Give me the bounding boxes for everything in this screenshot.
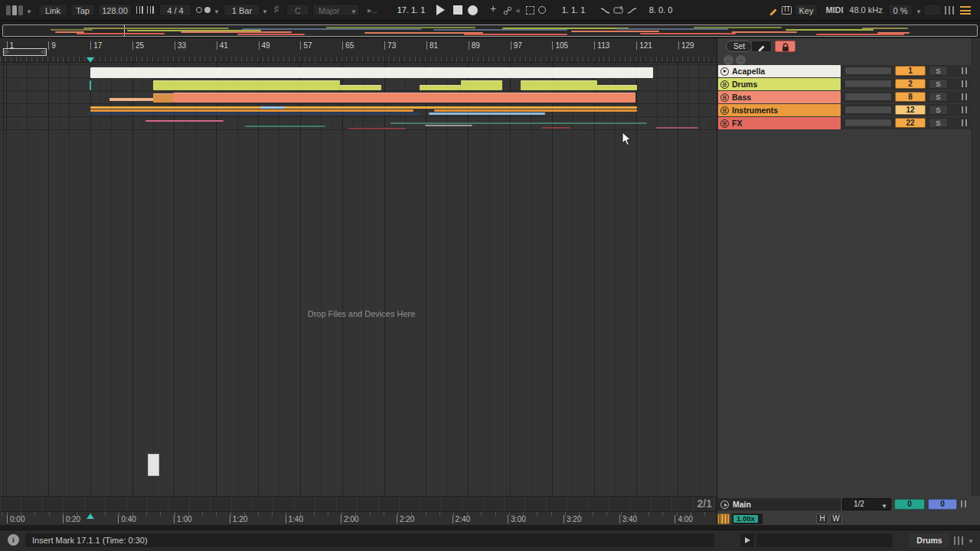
bar-number-label[interactable]: 9 [48, 41, 56, 50]
track-solo-button[interactable]: S [929, 79, 948, 89]
track-number-button[interactable]: 12 [895, 105, 926, 115]
bar-number-label[interactable]: 25 [132, 41, 144, 50]
back-to-arrangement-icon[interactable]: ◂ [515, 4, 520, 16]
stop-button[interactable] [453, 5, 462, 15]
playback-speed-field[interactable]: 1.00x [732, 514, 763, 524]
track-number-button[interactable]: 2 [895, 79, 926, 89]
track-header-bass[interactable]: Bass [718, 91, 841, 103]
track-solo-button[interactable]: S [929, 118, 948, 128]
bar-number-label[interactable]: 49 [259, 41, 270, 50]
bar-number-label[interactable]: 129 [678, 41, 694, 50]
arrangement-clip[interactable] [153, 93, 173, 103]
browser-preview-field[interactable] [756, 533, 893, 547]
arrangement-clip[interactable] [340, 85, 381, 90]
arrangement-clip[interactable] [656, 127, 698, 129]
arrangement-clip[interactable] [461, 80, 502, 90]
punch-in-curve-icon[interactable] [600, 7, 610, 19]
grid-value-select[interactable]: 1/2 ▼ [842, 498, 891, 510]
computer-midi-keyboard-icon[interactable] [782, 6, 792, 18]
track-menu-icon[interactable] [720, 119, 729, 128]
loop-start-field[interactable]: 1. 1. 1 [551, 4, 596, 16]
track-header-drums[interactable]: Drums [718, 78, 841, 90]
bar-number-label[interactable]: 73 [384, 41, 396, 50]
set-button[interactable]: Set [726, 41, 753, 52]
draw-mode-pencil-icon[interactable] [769, 5, 779, 18]
track-menu-icon[interactable] [720, 106, 729, 115]
automation-pencil-button[interactable] [751, 41, 772, 52]
bar-number-label[interactable]: 113 [594, 41, 609, 50]
track-input-box[interactable] [844, 93, 892, 101]
bar-number-label[interactable]: 89 [469, 41, 480, 50]
time-signature-field[interactable]: 4 / 4 [159, 4, 191, 16]
arrangement-clip[interactable] [90, 109, 413, 112]
tap-tempo-button[interactable]: Tap [70, 4, 95, 16]
main-volume-button[interactable]: 0 [928, 499, 957, 510]
arrangement-clip[interactable] [90, 67, 653, 78]
add-tracks-icon[interactable]: + [490, 2, 496, 15]
punch-out-curve-icon[interactable] [627, 7, 637, 19]
panel-scrollbar[interactable] [972, 38, 980, 496]
nudge-down-icon[interactable] [136, 6, 145, 14]
arrangement-area[interactable]: Drop Files and Devices Here [0, 63, 717, 496]
main-track-header[interactable]: Main [717, 498, 841, 510]
cpu-load-meter[interactable]: 0 % [888, 4, 913, 16]
session-link-icon[interactable] [503, 6, 512, 18]
track-input-box[interactable] [844, 119, 892, 127]
bar-number-label[interactable]: 65 [342, 41, 354, 50]
track-number-button[interactable]: 22 [895, 118, 926, 128]
track-menu-icon[interactable] [720, 80, 729, 89]
play-button[interactable] [436, 5, 445, 15]
bar-number-label[interactable]: 33 [175, 41, 186, 50]
metronome-caret-icon[interactable]: ▼ [214, 6, 220, 18]
arrangement-clip[interactable] [90, 80, 91, 90]
arrangement-clip[interactable] [153, 80, 340, 90]
beat-time-ruler[interactable]: 191725334149576573818997105113121129 ▷ ◁ [0, 38, 717, 63]
arrangement-clip[interactable] [420, 85, 461, 90]
time-ruler[interactable]: 0:000:200:401:001:201:402:002:202:403:00… [0, 511, 717, 525]
tempo-field[interactable]: 128.00 [98, 4, 132, 16]
arrangement-overview[interactable] [2, 24, 978, 37]
track-menu-icon[interactable] [720, 93, 729, 102]
bar-number-label[interactable]: 41 [217, 41, 228, 50]
arrangement-clip[interactable] [597, 85, 637, 90]
loop-end-handle-icon[interactable]: ◁ [41, 49, 45, 55]
arrangement-clip[interactable] [429, 112, 545, 115]
quantize-caret-icon[interactable]: ▼ [262, 6, 268, 18]
lock-envelopes-button[interactable] [775, 41, 795, 52]
width-zoom-button[interactable]: W [830, 514, 842, 524]
arrangement-clip[interactable] [109, 98, 154, 101]
track-solo-button[interactable]: S [929, 105, 948, 115]
arrangement-clip[interactable] [173, 93, 635, 103]
midi-map-toggle[interactable]: MIDI [822, 4, 847, 16]
bar-number-label[interactable]: 121 [636, 41, 652, 50]
bar-number-label[interactable]: 105 [552, 41, 568, 50]
key-root-field[interactable]: C [286, 4, 309, 16]
track-header-fx[interactable]: FX [718, 117, 841, 129]
preferences-menu-icon[interactable] [960, 6, 971, 15]
arrangement-clip[interactable] [541, 127, 570, 129]
scale-icon[interactable]: ♯ [274, 3, 279, 15]
link-button[interactable]: Link [38, 4, 67, 16]
loop-brace[interactable]: ▷ ◁ [3, 48, 47, 56]
arrangement-clip[interactable] [390, 122, 647, 124]
drag-ghost-clip[interactable] [148, 454, 159, 476]
track-number-button[interactable]: 1 [895, 66, 926, 76]
quantize-menu[interactable]: 1 Bar [224, 4, 260, 16]
count-in-icon[interactable] [204, 7, 211, 13]
meter-caret-icon[interactable]: ▼ [968, 538, 974, 545]
cue-volume-button[interactable]: 0 [894, 499, 925, 510]
height-zoom-button[interactable]: H [816, 514, 828, 524]
arrangement-clip[interactable] [521, 80, 597, 90]
track-header-instruments[interactable]: Instruments [718, 104, 841, 116]
loop-switch-icon[interactable] [613, 6, 624, 18]
draw-region-icon[interactable] [526, 6, 534, 15]
track-input-box[interactable] [844, 106, 892, 114]
arrangement-clip[interactable] [90, 112, 420, 115]
track-solo-button[interactable]: S [929, 92, 948, 102]
next-track-button[interactable]: → [736, 55, 746, 65]
loop-length-field[interactable]: 8. 0. 0 [639, 4, 683, 16]
view-layout-caret-icon[interactable]: ▼ [26, 6, 32, 18]
nudge-up-icon[interactable] [147, 6, 155, 14]
insert-marker-bottom-icon[interactable] [87, 514, 94, 519]
track-solo-button[interactable]: S [929, 66, 948, 76]
